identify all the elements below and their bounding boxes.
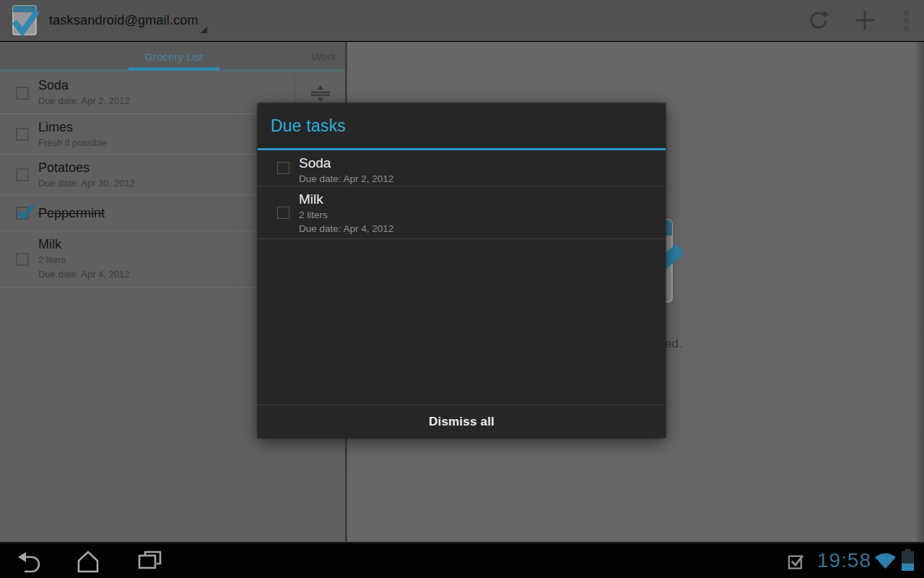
task-notification-icon [786,551,806,571]
task-text: Milk 2 liters Due date: Apr 4, 2012 [38,231,129,287]
dialog-task-title: Milk [299,191,393,208]
dialog-task-checkbox[interactable] [277,207,289,219]
dialog-task-row-milk[interactable]: Milk 2 liters Due date: Apr 4, 2012 [258,186,666,239]
task-text: Peppermint [38,205,105,221]
task-text: Soda Due date: Apr 2, 2012 [38,72,129,113]
add-task-button[interactable] [842,0,888,40]
dialog-empty-area [258,239,666,405]
task-title: Milk [38,236,129,252]
tab-bar: Grocery List Work [0,42,345,71]
dialog-task-due-date: Due date: Apr 2, 2012 [299,172,393,186]
task-note: Fresh if possible [38,136,107,150]
selected-tab-underline [128,67,219,71]
task-checkbox[interactable] [16,168,29,181]
due-tasks-dialog: Due tasks Soda Due date: Apr 2, 2012 Mil… [258,103,666,438]
tab-grocery-list-label: Grocery List [145,51,204,63]
plus-icon [854,9,876,31]
refresh-button[interactable] [796,0,842,40]
checkmark-icon [16,204,35,221]
dialog-task-text: Milk 2 liters Due date: Apr 4, 2012 [299,186,393,238]
wifi-icon [873,551,897,570]
drag-handle-icon [310,84,331,103]
task-due-date: Due date: Apr 4, 2012 [38,267,129,281]
task-title: Soda [38,77,129,93]
recent-apps-icon [136,548,163,573]
back-button[interactable] [16,548,42,573]
task-checkbox-checked[interactable] [16,207,29,220]
app-icon [9,4,39,39]
tab-grocery-list[interactable]: Grocery List [128,40,219,69]
action-bar-buttons [796,0,924,40]
dialog-title: Due tasks [258,103,666,148]
task-text: Potatoes Due date: Apr 30, 2012 [38,155,135,194]
dismiss-all-button[interactable]: Dismiss all [258,405,666,438]
recent-apps-button[interactable] [136,548,163,573]
account-name: tasksandroid@gmail.com [49,13,199,28]
dismiss-all-label: Dismiss all [429,415,494,429]
dialog-task-row-soda[interactable]: Soda Due date: Apr 2, 2012 [258,150,666,186]
task-note: 2 liters [38,253,129,267]
system-bar: 19:58 [0,542,924,578]
task-checkbox[interactable] [16,128,29,141]
back-icon [16,548,42,573]
status-clock: 19:58 [817,551,871,571]
task-due-date: Due date: Apr 2, 2012 [38,94,129,108]
battery-level [902,564,914,571]
dialog-task-text: Soda Due date: Apr 2, 2012 [299,150,393,186]
tab-work[interactable]: Work [293,40,336,69]
dialog-task-title: Soda [299,155,393,172]
task-checkbox[interactable] [16,253,29,266]
dialog-task-checkbox[interactable] [277,162,289,174]
home-icon [74,548,103,573]
task-checkbox[interactable] [16,87,29,100]
tab-work-label: Work [311,51,336,63]
task-text: Limes Fresh if possible [38,114,107,154]
task-due-date: Due date: Apr 30, 2012 [38,176,135,190]
dialog-task-due-date: Due date: Apr 4, 2012 [299,222,393,236]
refresh-icon [808,9,829,31]
account-spinner[interactable]: tasksandroid@gmail.com [0,0,214,40]
home-button[interactable] [74,548,103,573]
battery-icon [902,551,914,571]
action-bar: tasksandroid@gmail.com [0,0,924,41]
task-title: Potatoes [38,160,135,176]
overflow-menu-button[interactable] [888,0,924,40]
dialog-task-note: 2 liters [299,208,393,222]
empty-state-text-fragment: ed. [665,337,682,351]
overflow-icon [904,10,909,31]
task-title-completed: Peppermint [38,205,105,221]
spinner-caret-icon [200,27,207,33]
task-title: Limes [38,119,107,135]
status-area[interactable]: 19:58 [786,551,914,571]
screen: tasksandroid@gmail.com Groce [0,0,924,578]
screen-edge-shade [915,42,924,542]
